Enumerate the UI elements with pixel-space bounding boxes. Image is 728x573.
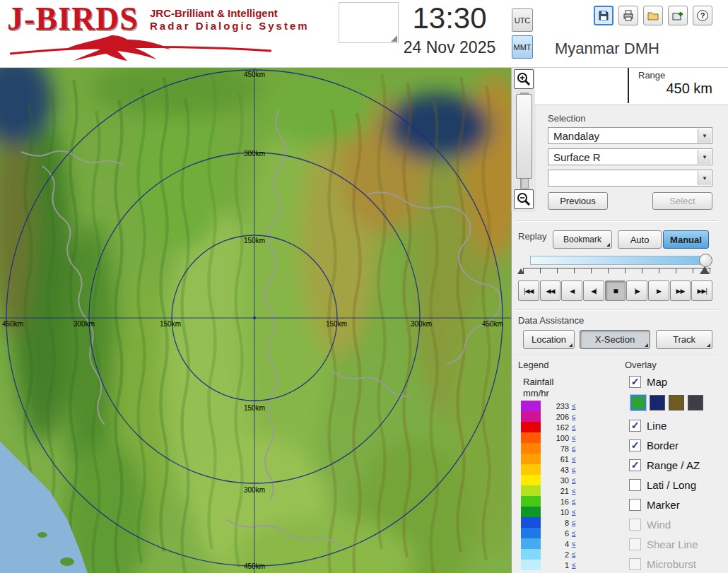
playback-step-back-button[interactable]: ◀| — [583, 280, 604, 301]
overlay-checkbox-list: ✓Map✓Line✓Border✓Range / AZLati / LongMa… — [629, 375, 728, 573]
checkbox[interactable] — [629, 499, 641, 511]
save-button[interactable] — [594, 6, 613, 25]
range-value: 450 km — [622, 81, 712, 97]
overlay-item-marker[interactable]: Marker — [629, 498, 728, 511]
legend-entry: 233≤ — [521, 401, 599, 411]
bookmark-button[interactable]: Bookmark — [553, 230, 612, 249]
map-distance-label: 150km — [244, 404, 265, 412]
separator — [515, 355, 718, 356]
chevron-down-icon[interactable]: ▼ — [698, 129, 711, 143]
stop-icon: ■ — [613, 286, 617, 296]
legend-color-swatch — [521, 475, 541, 485]
legend-operator: ≤ — [572, 455, 576, 463]
manual-button[interactable]: Manual — [663, 230, 709, 249]
export-button[interactable] — [668, 6, 688, 25]
checkbox[interactable] — [629, 538, 641, 550]
map-style-swatch-3[interactable] — [688, 395, 703, 410]
previous-button[interactable]: Previous — [548, 192, 608, 210]
map-distance-label: 450km — [2, 320, 23, 328]
replay-timeline-thumb[interactable] — [699, 254, 712, 267]
map-style-swatch-0[interactable] — [630, 395, 646, 410]
option-dropdown[interactable]: ▼ — [548, 170, 712, 187]
selection-label: Selection — [548, 113, 585, 124]
open-folder-button[interactable] — [643, 6, 663, 25]
replay-timeline-track[interactable] — [530, 256, 710, 265]
legend-value: 206 — [545, 413, 569, 421]
playback-fast-forward-button[interactable]: ▶▶ — [670, 280, 691, 301]
track-button[interactable]: Track — [656, 330, 712, 349]
playback-play-reverse-button[interactable]: ◀ — [561, 280, 582, 301]
checkbox[interactable] — [629, 479, 641, 491]
rainfall-legend: 233≤206≤162≤100≤78≤61≤43≤30≤21≤16≤10≤8≤6… — [521, 401, 599, 570]
checkbox[interactable]: ✓ — [629, 420, 641, 432]
site-dropdown-value: Mandalay — [553, 130, 599, 142]
overlay-item-range-az[interactable]: ✓Range / AZ — [629, 459, 728, 471]
legend-color-swatch — [521, 507, 541, 517]
timeline-position-marker[interactable] — [700, 266, 710, 274]
location-button[interactable]: Location — [523, 330, 575, 349]
island — [60, 557, 74, 566]
checkbox[interactable]: ✓ — [629, 439, 641, 451]
timezone-mmt-button[interactable]: MMT — [512, 35, 533, 59]
playback-fast-rewind-button[interactable]: ◀◀ — [540, 280, 561, 301]
legend-entry: 61≤ — [521, 454, 599, 464]
check-icon: ✓ — [631, 420, 640, 430]
chevron-down-icon[interactable]: ▼ — [698, 150, 711, 164]
overlay-item-wind[interactable]: Wind — [629, 518, 728, 531]
zoom-in-button[interactable] — [514, 69, 534, 89]
checkbox[interactable]: ✓ — [629, 459, 641, 471]
map-style-swatch-1[interactable] — [650, 395, 665, 410]
overlay-item-microburst[interactable]: Microburst — [629, 557, 728, 570]
timezone-utc-button[interactable]: UTC — [512, 8, 533, 32]
zoom-out-button[interactable] — [514, 189, 534, 209]
checkbox[interactable] — [629, 519, 641, 531]
terrain-map-image: 450km300km150km150km300km450km450km300km… — [0, 67, 511, 573]
legend-operator: ≤ — [572, 519, 576, 526]
legend-value: 61 — [545, 455, 569, 463]
playback-stop-button[interactable]: ■ — [605, 280, 626, 301]
radar-map[interactable]: 450km300km150km150km300km450km450km300km… — [0, 67, 512, 573]
legend-color-swatch — [521, 454, 541, 464]
zoom-slider-thumb[interactable] — [516, 94, 532, 179]
export-icon — [671, 9, 684, 22]
legend-entry: 4≤ — [521, 538, 599, 549]
overlay-item-border[interactable]: ✓Border — [629, 439, 728, 451]
legend-value: 6 — [545, 529, 569, 538]
replay-label: Replay — [518, 231, 546, 242]
overlay-item-map[interactable]: ✓Map — [629, 375, 728, 388]
overlay-item-line[interactable]: ✓Line — [629, 419, 728, 432]
logo-placeholder-box — [339, 2, 399, 43]
x-section-button[interactable]: X-Section — [580, 330, 650, 349]
legend-entry: 1≤ — [521, 560, 599, 570]
legend-color-swatch — [521, 443, 541, 454]
overlay-item-label: Line — [647, 420, 667, 432]
legend-value: 1 — [545, 561, 569, 569]
playback-skip-to-start-button[interactable]: |◀◀ — [518, 280, 539, 301]
play-reverse-icon: ◀ — [570, 288, 574, 295]
help-button[interactable]: ? — [693, 6, 712, 25]
checkbox[interactable] — [629, 558, 641, 570]
chevron-down-icon[interactable]: ▼ — [698, 171, 711, 185]
playback-step-forward-button[interactable]: |▶ — [626, 280, 647, 301]
overlay-item-lati-long[interactable]: Lati / Long — [629, 478, 728, 491]
checkbox[interactable]: ✓ — [629, 376, 641, 388]
playback-skip-to-end-button[interactable]: ▶▶| — [691, 280, 712, 301]
product-dropdown[interactable]: Surface R ▼ — [548, 148, 712, 165]
legend-value: 78 — [545, 444, 569, 453]
map-distance-label: 150km — [160, 320, 181, 328]
playback-play-forward-button[interactable]: ▶ — [648, 280, 669, 301]
map-distance-label: 450km — [244, 562, 265, 570]
legend-entry: 2≤ — [521, 549, 599, 560]
map-style-swatch-2[interactable] — [669, 395, 684, 410]
legend-operator: ≤ — [572, 508, 576, 516]
auto-button[interactable]: Auto — [618, 230, 662, 249]
select-button[interactable]: Select — [652, 192, 712, 210]
print-button[interactable] — [618, 6, 638, 25]
legend-color-swatch — [521, 422, 541, 432]
x-section-button-label: X-Section — [595, 334, 635, 345]
legend-entry: 21≤ — [521, 485, 599, 496]
overlay-item-shear-line[interactable]: Shear Line — [629, 538, 728, 550]
overlay-item-label: Lati / Long — [647, 479, 696, 491]
print-icon — [622, 9, 635, 22]
site-dropdown[interactable]: Mandalay ▼ — [548, 127, 712, 144]
